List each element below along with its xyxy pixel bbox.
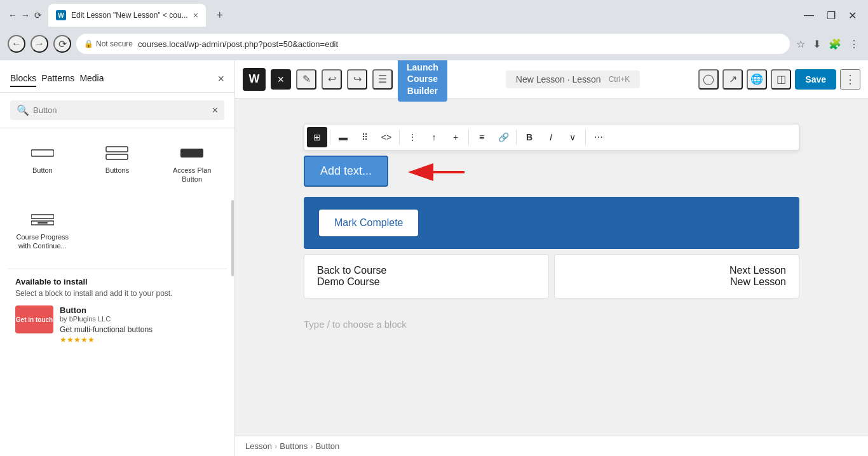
- tab-media[interactable]: Media: [79, 70, 104, 87]
- save-button[interactable]: Save: [795, 69, 836, 90]
- security-indicator: 🔒 Not secure: [84, 39, 133, 48]
- url-text: courses.local/wp-admin/post.php?post=50&…: [138, 39, 782, 49]
- block-item-buttons[interactable]: Buttons: [83, 136, 153, 192]
- toolbar-align-center-btn[interactable]: ↑: [424, 127, 444, 147]
- visibility-btn[interactable]: 🌐: [747, 69, 767, 90]
- mark-complete-section: Mark Complete: [304, 197, 799, 249]
- redo-btn[interactable]: ↪: [347, 69, 367, 90]
- editor-content: ⊞ ▬ ⠿ <> ⋮ ↑ + ≡ 🔗 B I ∨: [235, 98, 868, 436]
- tab-favicon: W: [56, 10, 66, 20]
- tab-close-btn[interactable]: ×: [193, 10, 198, 20]
- maximize-btn[interactable]: ❐: [823, 8, 839, 23]
- wp-editor-title: New Lesson · Lesson Ctrl+K: [452, 70, 694, 88]
- browser-back-btn[interactable]: ←: [8, 10, 18, 20]
- breadcrumb-sep-2: ›: [310, 441, 313, 451]
- toolbar-options-btn[interactable]: ⋯: [588, 127, 609, 147]
- buttons-block-label: Buttons: [105, 166, 129, 175]
- preview-btn[interactable]: ↗: [722, 69, 743, 90]
- browser-chrome: ← → ⟳ W Edit Lesson "New Lesson" < cou..…: [0, 0, 868, 60]
- browser-reload-btn[interactable]: ⟳: [33, 10, 43, 20]
- block-item-progress[interactable]: Course Progress with Continue...: [8, 203, 78, 259]
- minimize-btn[interactable]: —: [800, 8, 818, 23]
- toolbar-add-btn[interactable]: +: [445, 127, 466, 147]
- breadcrumb-buttons[interactable]: Buttons: [280, 441, 308, 451]
- toolbar-bold-btn[interactable]: B: [519, 127, 539, 147]
- toolbar-divider-3: [468, 130, 469, 145]
- search-input[interactable]: [33, 105, 208, 115]
- blocks-grid: Button Buttons Access Plan Butt: [8, 136, 227, 192]
- star-btn[interactable]: ☆: [795, 37, 806, 51]
- svg-rect-6: [37, 222, 48, 224]
- svg-rect-3: [180, 149, 203, 158]
- toolbar-more-rich-btn[interactable]: ∨: [562, 127, 583, 147]
- back-nav-btn[interactable]: ←: [8, 35, 25, 53]
- demo-course-label: Demo Course: [317, 276, 536, 288]
- browser-tab[interactable]: W Edit Lesson "New Lesson" < cou... ×: [48, 4, 206, 27]
- install-info: Button by bPlugins LLC Get multi-functio…: [60, 305, 219, 344]
- options-menu-btn[interactable]: ⋮: [840, 69, 860, 90]
- wp-close-btn[interactable]: ✕: [271, 69, 291, 90]
- extensions-btn[interactable]: 🧩: [827, 37, 843, 51]
- breadcrumb-lesson[interactable]: Lesson: [245, 441, 272, 451]
- search-box[interactable]: 🔍 ×: [10, 100, 224, 120]
- view-btn[interactable]: ◯: [698, 69, 719, 90]
- install-thumb-text: Get in touch: [16, 316, 53, 323]
- sidebar: Blocks Patterns Media × 🔍 × Button: [0, 60, 235, 456]
- available-install-title: Available to install: [15, 277, 219, 286]
- download-btn[interactable]: ⬇: [811, 37, 822, 51]
- sidebar-scrollbar[interactable]: [231, 187, 234, 456]
- undo-btn[interactable]: ↩: [322, 69, 342, 90]
- svg-rect-4: [31, 215, 54, 218]
- block-item-access-plan[interactable]: Access Plan Button: [157, 136, 227, 192]
- type-to-choose[interactable]: Type / to choose a block: [304, 314, 799, 335]
- toolbar-code-btn[interactable]: <>: [376, 127, 397, 147]
- progress-icon: [31, 211, 54, 229]
- access-plan-label: Access Plan Button: [163, 166, 221, 184]
- back-to-course-card[interactable]: Back to Course Demo Course: [304, 254, 549, 298]
- next-lesson-card[interactable]: Next Lesson New Lesson: [554, 254, 799, 298]
- tab-patterns[interactable]: Patterns: [41, 70, 74, 87]
- tab-blocks[interactable]: Blocks: [10, 70, 36, 87]
- search-clear-btn[interactable]: ×: [212, 105, 218, 116]
- list-view-btn[interactable]: ☰: [372, 69, 393, 90]
- toolbar-divider-2: [399, 130, 400, 145]
- toolbar-divider-4: [516, 130, 517, 145]
- block-toolbar: ⊞ ▬ ⠿ <> ⋮ ↑ + ≡ 🔗 B I ∨: [304, 124, 799, 151]
- toolbar-move-btn[interactable]: ⠿: [355, 127, 375, 147]
- toolbar-align-left-btn[interactable]: ⋮: [402, 127, 423, 147]
- lock-icon: 🔒: [84, 39, 93, 48]
- install-thumb: Get in touch: [15, 305, 53, 333]
- forward-nav-btn[interactable]: →: [31, 35, 48, 53]
- edit-mode-btn[interactable]: ✎: [296, 69, 316, 90]
- toolbar-link-btn[interactable]: 🔗: [493, 127, 513, 147]
- toolbar-text-align-btn[interactable]: ≡: [471, 127, 492, 147]
- toolbar-drag-btn[interactable]: ▬: [333, 127, 353, 147]
- refresh-nav-btn[interactable]: ⟳: [53, 35, 71, 53]
- close-btn[interactable]: ✕: [844, 8, 860, 23]
- access-plan-icon: [180, 144, 203, 162]
- toolbar-block-type-btn[interactable]: ⊞: [307, 127, 327, 147]
- url-bar[interactable]: 🔒 Not secure courses.local/wp-admin/post…: [76, 34, 790, 54]
- available-install-desc: Select a block to install and add it to …: [15, 289, 219, 298]
- toolbar-italic-btn[interactable]: I: [541, 127, 561, 147]
- button-block: Add text...: [304, 156, 799, 187]
- sidebar-toggle-btn[interactable]: ◫: [771, 69, 791, 90]
- sidebar-blocks-area: Button Buttons Access Plan Butt: [0, 128, 234, 456]
- not-secure-text: Not secure: [96, 39, 133, 48]
- new-lesson-label: New Lesson: [567, 276, 786, 288]
- breadcrumb-button[interactable]: Button: [316, 441, 340, 451]
- tab-title: Edit Lesson "New Lesson" < cou...: [71, 11, 188, 20]
- available-install-section: Available to install Select a block to i…: [8, 269, 227, 352]
- browser-forward-btn[interactable]: →: [20, 10, 31, 20]
- add-text-button[interactable]: Add text...: [304, 156, 388, 187]
- progress-block-label: Course Progress with Continue...: [13, 232, 72, 251]
- chrome-menu-btn[interactable]: ⋮: [848, 37, 860, 51]
- mark-complete-button[interactable]: Mark Complete: [319, 210, 418, 236]
- launch-course-builder-btn[interactable]: Launch Course Builder: [398, 60, 447, 102]
- main-editor: W ✕ ✎ ↩ ↪ ☰ Launch Course Builder New Le…: [235, 60, 868, 456]
- install-item-button[interactable]: Get in touch Button by bPlugins LLC Get …: [15, 305, 219, 344]
- block-item-button[interactable]: Button: [8, 136, 78, 192]
- window-controls: — ❐ ✕: [800, 8, 860, 23]
- new-tab-btn[interactable]: +: [211, 6, 229, 24]
- sidebar-close-btn[interactable]: ×: [217, 72, 224, 86]
